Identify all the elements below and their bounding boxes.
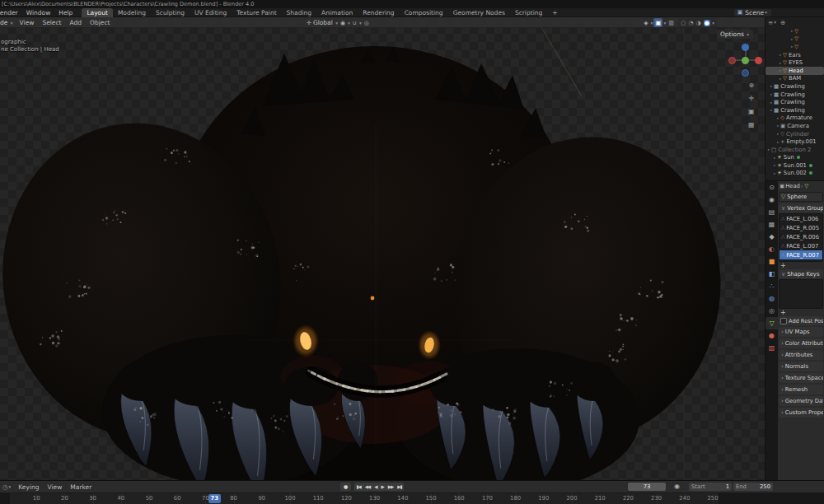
xray-toggle-icon[interactable]: ▥ <box>668 20 674 26</box>
tab-texture[interactable]: ▧ <box>765 342 778 354</box>
viewport-menu-select[interactable]: Select <box>38 18 65 27</box>
timeline-menu-marker[interactable]: Marker <box>66 483 96 492</box>
auto-keying-record-button[interactable]: ● <box>340 483 351 491</box>
outliner-item[interactable]: •▽ <box>765 27 824 35</box>
shape-keys-header[interactable]: ∨ Shape Keys <box>779 269 823 278</box>
tab-view-layer[interactable]: ▦ <box>765 218 778 231</box>
tab-physics[interactable]: ◍ <box>765 292 778 305</box>
shading-material-icon[interactable]: ◑ <box>696 20 701 26</box>
outliner-item-camera[interactable]: •▣Camera <box>765 122 824 130</box>
viewport-menu-view[interactable]: View <box>16 18 39 27</box>
add-rest-position-checkbox[interactable] <box>780 318 787 324</box>
play-button[interactable]: ▶ <box>379 484 386 489</box>
section-color-attributes[interactable]: ›Color Attributes <box>779 338 823 348</box>
toggle-perspective-icon[interactable]: ▦ <box>748 121 755 128</box>
workspace-tab-+[interactable]: + <box>547 8 562 17</box>
menu-window[interactable]: Window <box>22 8 55 17</box>
gizmos-toggle-icon[interactable]: ◈ <box>644 20 648 26</box>
overlays-toggle-icon[interactable]: ▣ <box>653 18 662 27</box>
x-axis-handle[interactable] <box>755 57 762 64</box>
navigation-gizmo[interactable] <box>726 42 765 78</box>
section-attributes[interactable]: ›Attributes <box>779 350 823 360</box>
outliner-search-icon[interactable]: ⊕ <box>780 19 785 26</box>
workspace-tab-rendering[interactable]: Rendering <box>358 8 399 17</box>
vertex-group-row[interactable]: ∴FACE_R.006 <box>780 232 822 241</box>
tab-material[interactable]: ● <box>765 329 778 342</box>
datablock-selector[interactable]: ▽ Sphere <box>779 192 823 202</box>
move-view-icon[interactable]: ✛ <box>748 95 755 102</box>
workspace-tab-geometry-nodes[interactable]: Geometry Nodes <box>448 8 510 17</box>
section-normals[interactable]: ›Normals <box>779 362 823 371</box>
breadcrumb-object[interactable]: Head <box>785 183 800 189</box>
outliner-item-sun-001[interactable]: •☀Sun.001 <box>765 161 824 170</box>
prev-keyframe-button[interactable]: ◀◀ <box>363 484 372 489</box>
tab-constraints[interactable]: ◎ <box>765 305 778 317</box>
workspace-tab-scripting[interactable]: Scripting <box>510 8 547 17</box>
outliner-item-crawling[interactable]: •▦Crawling <box>765 91 824 99</box>
timeline-menu-keying[interactable]: Keying <box>14 483 43 492</box>
next-keyframe-button[interactable]: ▶▶ <box>386 484 395 489</box>
workspace-tab-layout[interactable]: Layout <box>82 8 113 17</box>
shading-wireframe-icon[interactable]: ○ <box>681 20 686 26</box>
outliner-item-bam[interactable]: •▽BAM <box>765 75 824 83</box>
tab-tool[interactable]: ⊙ <box>765 181 778 194</box>
workspace-tab-texture-paint[interactable]: Texture Paint <box>232 8 281 17</box>
outliner-item-crawling[interactable]: •▦Crawling <box>765 82 824 91</box>
filter-icon[interactable]: ≡ <box>768 19 773 26</box>
scene-selector[interactable]: ▣ Scene ▾ <box>734 9 771 16</box>
x-axis-neg-handle[interactable] <box>728 57 736 64</box>
vertex-groups-header[interactable]: ∨ Vertex Groups <box>779 203 823 212</box>
viewport-menu-add[interactable]: Add <box>66 18 87 27</box>
options-dropdown[interactable]: Options ▾ <box>717 30 753 39</box>
shading-solid-icon[interactable]: ◔ <box>688 20 693 26</box>
outliner-item[interactable]: •▽ <box>765 35 824 44</box>
z-axis-neg-handle[interactable] <box>742 69 749 77</box>
add-shape-key-button[interactable]: + <box>780 310 824 315</box>
vertex-group-row[interactable]: ∴FACE_R.007 <box>780 250 822 259</box>
outliner-item-collection-2[interactable]: •□Collection 2 <box>765 146 824 154</box>
z-axis-handle[interactable] <box>742 44 749 51</box>
current-frame-field[interactable]: 73 <box>628 483 666 491</box>
keying-set-icon[interactable]: ◉ <box>674 483 680 491</box>
workspace-tab-shading[interactable]: Shading <box>282 8 316 17</box>
outliner-item-head[interactable]: •▽Head <box>765 67 824 75</box>
shading-rendered-icon[interactable]: ● <box>704 20 710 26</box>
orientation-dropdown[interactable]: Global ▾ <box>313 19 339 26</box>
demon-model[interactable] <box>0 17 765 480</box>
tab-object[interactable]: ■ <box>765 255 778 268</box>
outliner-item-crawling[interactable]: •▦Crawling <box>765 106 824 114</box>
section-uv-maps[interactable]: ›UV Maps <box>779 327 823 337</box>
pivot-point-icon[interactable]: ◉ <box>340 20 345 26</box>
section-geometry-data[interactable]: ›Geometry Data <box>779 396 823 406</box>
vertex-group-row[interactable]: ∴FACE_L.006 <box>780 214 822 223</box>
section-custom-properties[interactable]: ›Custom Properties <box>779 408 823 418</box>
workspace-tab-animation[interactable]: Animation <box>316 8 358 17</box>
zoom-icon[interactable]: ⊕ <box>748 82 755 89</box>
tab-scene[interactable]: ◆ <box>765 231 778 243</box>
outliner-item-eyes[interactable]: •▽EYES <box>765 58 824 67</box>
menu-render[interactable]: Render <box>0 8 22 17</box>
jump-to-end-button[interactable]: ▶▮ <box>396 484 404 489</box>
play-reverse-button[interactable]: ◀ <box>372 484 379 489</box>
timeline-ruler[interactable]: 73 1020304050607080901001101201301401501… <box>0 492 824 504</box>
timeline-menu-view[interactable]: View <box>44 483 67 492</box>
outliner-item-ears[interactable]: •▽Ears <box>765 51 824 59</box>
frame-start-field[interactable]: Start 1 <box>689 483 732 491</box>
workspace-tab-uv-editing[interactable]: UV Editing <box>190 8 232 17</box>
tab-world[interactable]: ◐ <box>765 243 778 255</box>
section-remesh[interactable]: ›Remesh <box>779 385 823 394</box>
viewport-3d[interactable]: Mode ▾ ViewSelectAddObject ✛ Global ▾ ◉▾… <box>0 17 765 480</box>
menu-help[interactable]: Help <box>54 8 77 17</box>
camera-view-icon[interactable]: ▣ <box>748 108 755 115</box>
outliner-item-armature[interactable]: •◇Armature <box>765 114 824 123</box>
vertex-group-row[interactable]: ∴FACE_L.007 <box>780 241 822 250</box>
tab-object-data[interactable]: ▽ <box>765 317 778 329</box>
tab-particles[interactable]: ∴ <box>765 280 778 292</box>
proportional-edit-icon[interactable]: ◎ <box>364 20 369 26</box>
tab-render[interactable]: ◉ <box>765 194 778 206</box>
workspace-tab-compositing[interactable]: Compositing <box>400 8 448 17</box>
workspace-tab-sculpting[interactable]: Sculpting <box>151 8 190 17</box>
frame-end-field[interactable]: End 250 <box>733 483 773 491</box>
editor-type-icon[interactable]: ◷ <box>2 483 8 491</box>
outliner-item-empty-001[interactable]: •+Empty.001 <box>765 138 824 146</box>
